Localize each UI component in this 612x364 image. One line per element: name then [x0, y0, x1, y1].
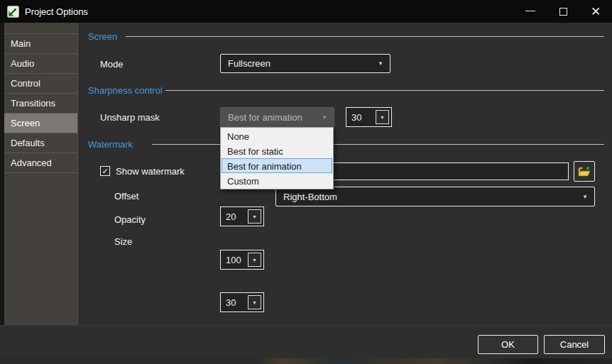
unsharp-amount-spinner[interactable]: 30 ▼	[346, 107, 392, 127]
window-controls: — ✕	[514, 0, 612, 23]
section-title-watermark: Watermark	[88, 139, 133, 150]
desktop-background-strip	[0, 358, 612, 364]
spinner-dropdown-icon[interactable]: ▼	[376, 110, 389, 124]
spinner-dropdown-icon[interactable]: ▼	[248, 209, 261, 224]
dropdown-option-best-for-animation[interactable]: Best for animation	[222, 158, 332, 173]
section-title-screen: Screen	[88, 31, 117, 42]
close-button[interactable]: ✕	[579, 0, 612, 23]
maximize-button[interactable]	[547, 0, 579, 23]
dropdown-option-none[interactable]: None	[222, 128, 332, 143]
browse-watermark-button[interactable]	[574, 161, 595, 182]
opacity-label: Opacity	[114, 214, 146, 225]
ok-button[interactable]: OK	[478, 335, 538, 354]
dropdown-option-custom[interactable]: Custom	[222, 173, 332, 188]
unsharp-mask-label: Unsharp mask	[100, 112, 160, 123]
sidebar-panel: Main Audio Control Transitions Screen De…	[4, 23, 78, 325]
sidebar-item-defaults[interactable]: Defaults	[4, 133, 77, 153]
mode-select[interactable]: Fullscreen ▼	[220, 54, 390, 73]
dropdown-option-best-for-static[interactable]: Best for static	[222, 143, 332, 158]
cancel-button[interactable]: Cancel	[544, 335, 605, 354]
sidebar-item-control[interactable]: Control	[4, 74, 77, 94]
size-label: Size	[114, 236, 132, 247]
spinner-dropdown-icon[interactable]: ▼	[248, 253, 261, 267]
minimize-button[interactable]: —	[514, 0, 547, 23]
sidebar: Main Audio Control Transitions Screen De…	[0, 23, 78, 325]
check-icon: ✓	[102, 167, 108, 176]
watermark-position-select[interactable]: Right-Bottom ▼	[275, 187, 595, 206]
section-line-screen	[126, 36, 604, 37]
chevron-down-icon: ▼	[378, 60, 390, 67]
offset-spinner[interactable]: 20 ▼	[220, 206, 264, 226]
project-options-dialog: Project Options — ✕ Main Audio Control T…	[0, 0, 612, 358]
unsharp-mask-select[interactable]: Best for animation ▼	[220, 107, 334, 127]
app-icon	[7, 6, 19, 18]
mode-label: Mode	[100, 59, 124, 70]
opacity-spinner[interactable]: 100 ▼	[220, 250, 264, 270]
open-folder-icon	[578, 166, 591, 177]
footer-divider	[0, 325, 612, 326]
sidebar-item-transitions[interactable]: Transitions	[4, 94, 77, 114]
chevron-down-icon: ▼	[582, 194, 594, 200]
sidebar-item-advanced[interactable]: Advanced	[4, 153, 77, 173]
offset-label: Offset	[114, 191, 138, 202]
sidebar-list: Main Audio Control Transitions Screen De…	[4, 33, 77, 173]
sidebar-item-main[interactable]: Main	[4, 34, 77, 54]
unsharp-mask-dropdown-list: None Best for static Best for animation …	[220, 127, 334, 189]
sidebar-item-audio[interactable]: Audio	[4, 54, 77, 74]
chevron-down-icon: ▼	[322, 114, 334, 121]
section-line-sharpness	[165, 90, 604, 91]
window-title: Project Options	[25, 6, 88, 17]
sidebar-item-screen[interactable]: Screen	[4, 114, 77, 133]
close-icon: ✕	[591, 4, 601, 19]
maximize-icon	[559, 8, 567, 16]
size-spinner[interactable]: 30 ▼	[220, 292, 264, 312]
title-bar: Project Options — ✕	[0, 0, 612, 23]
spinner-dropdown-icon[interactable]: ▼	[248, 295, 261, 309]
show-watermark-checkbox[interactable]: ✓	[100, 166, 110, 176]
show-watermark-label: Show watermark	[116, 166, 185, 177]
section-title-sharpness: Sharpness control	[88, 85, 163, 96]
